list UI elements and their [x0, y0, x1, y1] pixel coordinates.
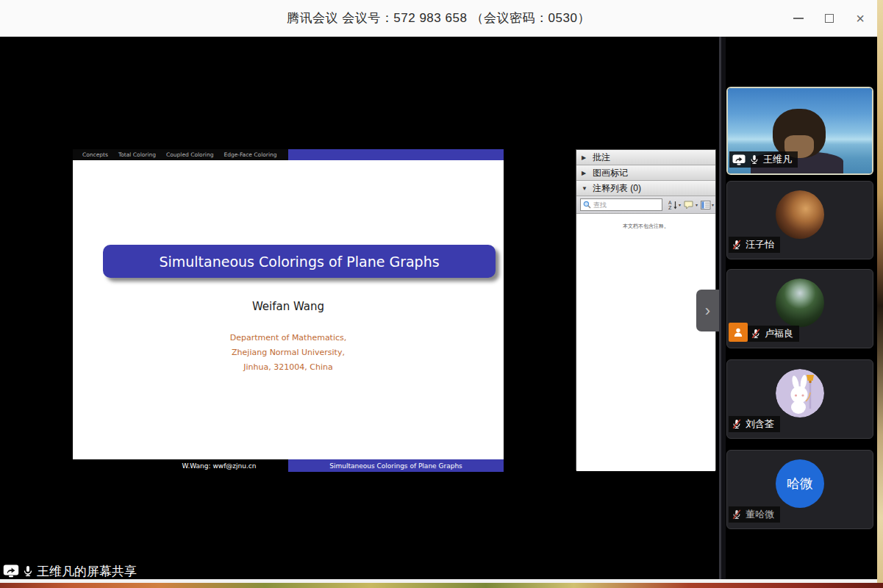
- maximize-icon: [825, 14, 834, 23]
- dropdown-arrow-icon: ▾: [712, 202, 714, 207]
- meeting-window: 腾讯会议 会议号：572 983 658 （会议密码：0530） × Conce…: [0, 0, 877, 583]
- slide-nav-concepts: Concepts: [82, 151, 108, 158]
- mic-muted-icon: [732, 418, 742, 430]
- meeting-app-screen: 腾讯会议 会议号：572 983 658 （会议密码：0530） × Conce…: [0, 0, 883, 588]
- desktop-wallpaper-strip-bottom: [0, 583, 883, 588]
- slide-body: Simultaneous Colorings of Plane Graphs W…: [73, 160, 504, 459]
- slide-title: Simultaneous Colorings of Plane Graphs: [159, 254, 439, 270]
- comment-list-options-button[interactable]: ▾: [701, 201, 714, 209]
- slide-nav-accent-bar: [288, 149, 504, 160]
- dropdown-arrow-icon: ▾: [679, 202, 681, 207]
- comment-bubble-icon: [684, 201, 695, 209]
- slide-section-nav: Concepts Total Coloring Coupled Coloring…: [73, 149, 504, 160]
- pdf-annotation-panel: ▶ 批注 ▶ 图画标记 ▼ 注释列表 (0): [576, 149, 716, 470]
- affiliation-line: Zhejiang Normal University,: [73, 345, 504, 360]
- avatar-initials-text: 哈微: [787, 475, 813, 492]
- meeting-title: 腾讯会议 会议号：572 983 658 （会议密码：0530）: [287, 10, 590, 26]
- window-controls: ×: [792, 0, 867, 37]
- minimize-button[interactable]: [792, 12, 805, 25]
- participant-name-bar: 卢福良: [729, 323, 799, 342]
- participant-name-bar: 汪子怡: [729, 237, 780, 253]
- chevron-right-icon: ›: [705, 303, 710, 319]
- participant-avatar: [776, 190, 824, 239]
- panel-divider: [719, 37, 726, 579]
- sidebar-collapse-handle[interactable]: ›: [696, 290, 719, 331]
- slide-footer-author-email: W.Wang: wwf@zjnu.cn: [73, 459, 288, 472]
- collapsed-arrow-icon: ▶: [582, 154, 588, 161]
- participant-name: 王维凡: [763, 153, 792, 166]
- slide-nav-total-coloring: Total Coloring: [118, 151, 156, 158]
- affiliation-line: Department of Mathematics,: [73, 331, 504, 345]
- participant-name: 刘含荃: [746, 417, 774, 431]
- mic-on-icon: [749, 154, 759, 165]
- annotation-toolbar: A Z ▾ ▾: [576, 196, 715, 214]
- no-comments-message: 本文档不包含注释。: [623, 223, 669, 229]
- mic-muted-icon: [751, 328, 761, 340]
- slide-affiliation: Department of Mathematics, Zhejiang Norm…: [73, 331, 504, 375]
- participant-tile-liuhanquan[interactable]: 刘含荃: [726, 359, 873, 439]
- participant-tile-donghawei[interactable]: 哈微 董哈微: [726, 450, 873, 529]
- participant-tile-lufuliang[interactable]: 卢福良: [726, 269, 873, 348]
- screen-share-banner: 王维凡的屏幕共享: [3, 562, 137, 580]
- participant-sidebar: 王维凡: [726, 37, 873, 579]
- participant-name-bar: 刘含荃: [729, 416, 780, 432]
- minimize-icon: [793, 18, 804, 19]
- affiliation-line: Jinhua, 321004, China: [73, 360, 504, 375]
- dropdown-arrow-icon: ▾: [696, 202, 698, 207]
- expanded-arrow-icon: ▼: [582, 185, 588, 192]
- rabbit-avatar-icon: [776, 369, 824, 417]
- desktop-wallpaper-strip-right: [877, 0, 883, 588]
- screen-share-icon: [732, 154, 746, 165]
- shared-slide: Concepts Total Coloring Coupled Coloring…: [73, 149, 504, 472]
- participant-name: 卢福良: [765, 327, 793, 340]
- mic-muted-icon: [732, 509, 742, 520]
- person-icon: [733, 327, 743, 337]
- mic-on-icon: [22, 564, 34, 578]
- host-badge: [729, 323, 748, 342]
- svg-text:Z: Z: [668, 205, 672, 210]
- participant-avatar: [776, 279, 824, 327]
- participant-avatar: [776, 369, 824, 417]
- participant-avatar: 哈微: [776, 459, 824, 508]
- participant-name: 董哈微: [746, 508, 774, 521]
- close-button[interactable]: ×: [854, 12, 867, 25]
- maximize-button[interactable]: [823, 12, 836, 25]
- mic-muted-icon: [732, 239, 742, 251]
- search-input[interactable]: [593, 201, 659, 209]
- participant-name: 汪子怡: [746, 238, 774, 251]
- filter-comments-button[interactable]: ▾: [684, 201, 698, 209]
- sort-az-icon: A Z: [668, 200, 678, 210]
- annotation-section-drawing-markups[interactable]: ▶ 图画标记: [576, 165, 715, 181]
- screen-share-icon: [3, 564, 19, 578]
- participant-tile-wangweifan[interactable]: 王维凡: [726, 87, 873, 175]
- collapsed-arrow-icon: ▶: [582, 170, 588, 176]
- close-icon: ×: [856, 14, 865, 23]
- slide-author: Weifan Wang: [73, 300, 504, 313]
- slide-nav-edge-face-coloring: Edge-Face Coloring: [224, 151, 276, 158]
- participant-tile-wangziyi[interactable]: 汪子怡: [726, 181, 873, 259]
- participant-name-bar: 王维凡: [729, 151, 798, 168]
- slide-footer: W.Wang: wwf@zjnu.cn Simultaneous Colorin…: [73, 459, 504, 472]
- share-banner-text: 王维凡的屏幕共享: [37, 563, 137, 580]
- meeting-content-area: Concepts Total Coloring Coupled Coloring…: [0, 37, 877, 579]
- list-options-icon: [701, 201, 711, 209]
- participant-name-bar: 董哈微: [729, 506, 780, 523]
- slide-footer-title: Simultaneous Colorings of Plane Graphs: [288, 459, 504, 472]
- annotation-section-comment-list[interactable]: ▼ 注释列表 (0): [576, 181, 715, 196]
- annotation-section-comments[interactable]: ▶ 批注: [576, 150, 715, 165]
- annotation-list-area: 本文档不包含注释。: [576, 214, 715, 471]
- slide-nav-coupled-coloring: Coupled Coloring: [166, 151, 213, 158]
- sort-comments-button[interactable]: A Z ▾: [668, 200, 681, 210]
- slide-title-box: Simultaneous Colorings of Plane Graphs: [103, 245, 496, 278]
- search-icon: [583, 201, 591, 209]
- annotation-search-box[interactable]: [580, 198, 662, 211]
- window-titlebar[interactable]: 腾讯会议 会议号：572 983 658 （会议密码：0530） ×: [0, 0, 877, 37]
